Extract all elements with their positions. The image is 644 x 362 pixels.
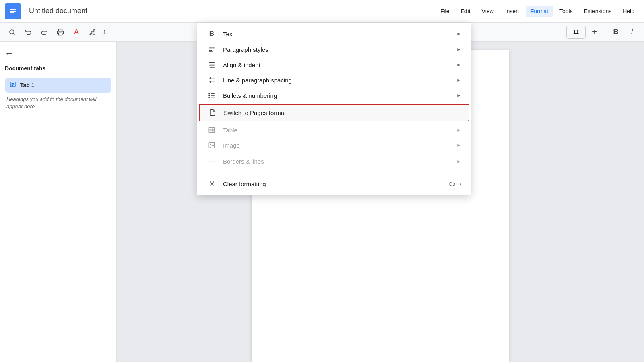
sidebar-hint: Headings you add to the document will ap… bbox=[5, 96, 111, 110]
italic-button[interactable]: I bbox=[625, 25, 639, 39]
font-size-input[interactable]: 11 bbox=[566, 26, 586, 39]
sidebar: ← Document tabs Tab 1 Headings you add t… bbox=[0, 42, 117, 362]
zoom-level: 1 bbox=[101, 29, 108, 35]
svg-point-25 bbox=[209, 93, 210, 94]
tab-label: Tab 1 bbox=[20, 82, 35, 88]
image-icon bbox=[207, 142, 217, 149]
menu-format[interactable]: Format bbox=[526, 6, 553, 17]
svg-point-34 bbox=[210, 144, 211, 144]
menu-item-table[interactable]: Table ► bbox=[197, 122, 471, 138]
back-button[interactable]: ← bbox=[5, 48, 111, 59]
menu-insert[interactable]: Insert bbox=[500, 6, 524, 17]
text-label: Text bbox=[223, 31, 450, 37]
spell-check-button[interactable] bbox=[85, 25, 100, 39]
menu-file[interactable]: File bbox=[436, 6, 454, 17]
text-arrow: ► bbox=[456, 31, 461, 37]
svg-rect-28 bbox=[209, 127, 215, 133]
sidebar-title: Document tabs bbox=[5, 65, 111, 72]
svg-rect-6 bbox=[59, 33, 62, 35]
svg-point-26 bbox=[209, 95, 210, 96]
paint-format-button[interactable]: A bbox=[69, 25, 84, 39]
menu-view[interactable]: View bbox=[477, 6, 499, 17]
align-indent-arrow: ► bbox=[456, 62, 461, 68]
redo-button[interactable] bbox=[37, 25, 52, 39]
paragraph-styles-label: Paragraph styles bbox=[223, 46, 450, 53]
menu-item-clear-formatting[interactable]: ✕ Clear formatting Ctrl+\ bbox=[197, 175, 471, 192]
table-arrow: ► bbox=[456, 127, 461, 133]
svg-rect-0 bbox=[10, 8, 14, 8]
image-label: Image bbox=[223, 142, 450, 149]
borders-arrow: ► bbox=[456, 159, 461, 165]
svg-rect-3 bbox=[10, 12, 14, 13]
svg-point-27 bbox=[209, 97, 210, 97]
clear-formatting-label: Clear formatting bbox=[223, 181, 442, 187]
image-arrow: ► bbox=[456, 142, 461, 148]
align-indent-label: Align & indent bbox=[223, 62, 450, 68]
paragraph-styles-icon bbox=[207, 46, 217, 53]
document-title: Untitled document bbox=[29, 7, 87, 15]
menu-bar: Untitled document File Edit View Insert … bbox=[0, 0, 644, 23]
svg-point-4 bbox=[10, 30, 14, 34]
clear-formatting-shortcut: Ctrl+\ bbox=[449, 181, 461, 187]
table-label: Table bbox=[223, 127, 450, 134]
menu-item-switch-pages[interactable]: Switch to Pages format bbox=[199, 104, 469, 121]
clear-formatting-icon: ✕ bbox=[207, 179, 217, 188]
bullets-arrow: ► bbox=[456, 93, 461, 98]
undo-button[interactable] bbox=[21, 25, 35, 39]
menu-help[interactable]: Help bbox=[618, 6, 639, 17]
format-dropdown: B Text ► Paragraph styles ► Align & inde bbox=[197, 23, 471, 195]
line-spacing-arrow: ► bbox=[456, 77, 461, 83]
toolbar-divider bbox=[605, 27, 605, 37]
paragraph-styles-arrow: ► bbox=[456, 47, 461, 52]
menu-item-line-spacing[interactable]: Line & paragraph spacing ► bbox=[197, 72, 471, 88]
menu-item-image[interactable]: Image ► bbox=[197, 138, 471, 153]
menu-item-text[interactable]: B Text ► bbox=[197, 26, 471, 42]
tab-icon bbox=[10, 81, 16, 89]
svg-rect-1 bbox=[10, 9, 16, 10]
menu-item-bullets[interactable]: Bullets & numbering ► bbox=[197, 88, 471, 103]
bullets-icon bbox=[207, 92, 217, 99]
menu-tools[interactable]: Tools bbox=[555, 6, 578, 17]
table-icon bbox=[207, 126, 217, 134]
line-spacing-label: Line & paragraph spacing bbox=[223, 77, 450, 84]
menu-item-align-indent[interactable]: Align & indent ► bbox=[197, 57, 471, 72]
sidebar-tab-1[interactable]: Tab 1 bbox=[5, 78, 111, 93]
borders-icon: — bbox=[207, 157, 217, 166]
svg-rect-2 bbox=[10, 11, 16, 12]
bold-button[interactable]: B bbox=[609, 25, 623, 39]
print-button[interactable] bbox=[53, 25, 68, 39]
menu-item-borders[interactable]: — Borders & lines ► bbox=[197, 153, 471, 170]
switch-pages-label: Switch to Pages format bbox=[224, 109, 460, 116]
align-indent-icon bbox=[207, 61, 217, 68]
search-button[interactable] bbox=[5, 25, 19, 39]
menu-edit[interactable]: Edit bbox=[456, 6, 475, 17]
borders-label: Borders & lines bbox=[223, 158, 450, 165]
menu-divider bbox=[197, 173, 471, 173]
bullets-label: Bullets & numbering bbox=[223, 92, 450, 99]
svg-line-5 bbox=[13, 33, 15, 35]
font-size-increase[interactable]: + bbox=[587, 25, 602, 39]
menu-item-paragraph-styles[interactable]: Paragraph styles ► bbox=[197, 42, 471, 57]
switch-pages-icon bbox=[208, 109, 217, 117]
app-logo bbox=[5, 3, 21, 19]
line-spacing-icon bbox=[207, 76, 217, 84]
menu-extensions[interactable]: Extensions bbox=[579, 6, 616, 17]
text-icon: B bbox=[207, 30, 217, 38]
